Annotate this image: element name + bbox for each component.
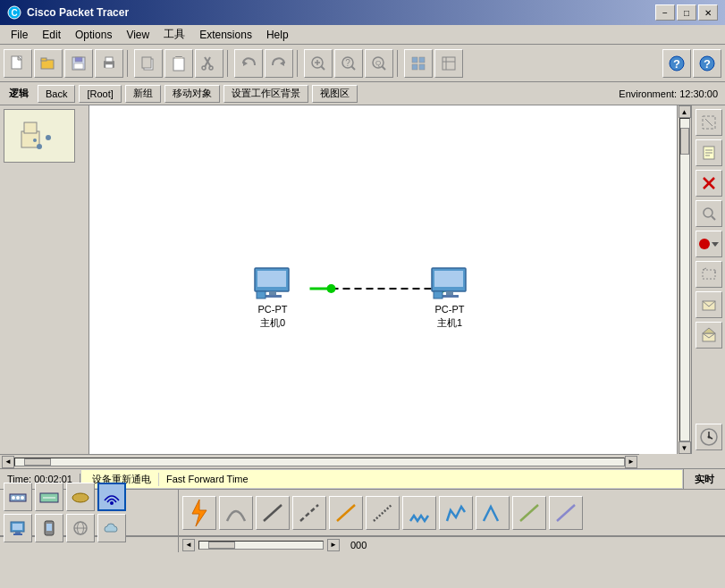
svg-text:?: ? (345, 58, 350, 68)
delete-tool-button[interactable] (695, 170, 722, 197)
help-button[interactable]: ? (662, 49, 691, 78)
undo-button[interactable] (234, 49, 263, 78)
menu-extensions[interactable]: Extensions (192, 27, 259, 43)
svg-rect-15 (173, 58, 184, 71)
cable-lightning-button[interactable] (182, 496, 216, 530)
cable-curve-button[interactable] (219, 496, 253, 530)
svg-point-74 (699, 239, 710, 249)
vertical-scrollbar[interactable]: ▲ ▼ (677, 105, 691, 454)
move-object-button[interactable]: 移动对象 (164, 85, 220, 103)
redo-button[interactable] (265, 49, 293, 78)
pc1-name: 主机1 (437, 316, 462, 330)
dot-tool-button[interactable] (695, 231, 722, 257)
bottom-scroll-left-arrow[interactable]: ◄ (182, 539, 195, 551)
cable-dotted2-button[interactable] (366, 496, 400, 530)
menu-bar: File Edit Options View 工具 Extensions Hel… (0, 25, 725, 45)
bottom-scroll-area: ◄ ► 000 (0, 536, 725, 552)
copy-button[interactable] (134, 49, 163, 78)
cable-straight-button[interactable] (256, 496, 290, 530)
zoom-reset-button[interactable]: Q (365, 49, 393, 78)
inspect-tool-button[interactable] (695, 200, 722, 227)
title-bar: C Cisco Packet Tracer − □ ✕ (0, 0, 725, 25)
maximize-button[interactable]: □ (677, 4, 696, 21)
h-scroll-thumb[interactable] (24, 458, 51, 466)
open-message-button[interactable] (695, 322, 722, 349)
new-button[interactable] (4, 49, 32, 78)
open-button[interactable] (34, 49, 63, 78)
cable-angled-button[interactable] (512, 496, 546, 530)
cut-button[interactable] (195, 49, 223, 78)
bottom-scroll-thumb[interactable] (208, 542, 235, 549)
select-tool-button[interactable] (695, 109, 722, 136)
back-button[interactable]: Back (38, 85, 75, 103)
pc-node-1[interactable]: PC-PT 主机1 (418, 266, 481, 330)
send-message-button[interactable] (695, 291, 722, 318)
cable-dotted-button[interactable] (329, 496, 363, 530)
set-background-button[interactable]: 设置工作区背景 (223, 85, 308, 103)
bottom-right-scroll[interactable]: ◄ ► 000 (179, 539, 725, 551)
print-button[interactable] (95, 49, 123, 78)
canvas-area[interactable]: PC-PT 主机0 PC-PT 主机1 (89, 105, 677, 454)
zoom-out-button[interactable]: ? (334, 49, 363, 78)
routers-button[interactable] (4, 483, 32, 511)
v-scroll-track[interactable] (679, 118, 690, 441)
note-tool-button[interactable] (695, 139, 722, 166)
svg-line-106 (337, 505, 355, 521)
paste-button[interactable] (164, 49, 193, 78)
minimize-button[interactable]: − (655, 4, 675, 21)
bottom-scroll-track[interactable] (198, 541, 324, 550)
svg-rect-97 (13, 533, 22, 535)
scroll-down-arrow[interactable]: ▼ (679, 441, 691, 454)
view-area-button[interactable]: 视图区 (312, 85, 358, 103)
svg-rect-76 (703, 270, 715, 279)
h-scroll-track[interactable] (14, 458, 625, 466)
menu-edit[interactable]: Edit (35, 27, 68, 43)
pc-node-0[interactable]: PC-PT 主机0 (241, 266, 304, 330)
grid-button[interactable] (404, 49, 433, 78)
app-icon: C (7, 5, 21, 20)
scroll-right-arrow[interactable]: ► (625, 456, 637, 468)
menu-options[interactable]: Options (68, 27, 119, 43)
cable-zigzag2-button[interactable] (476, 496, 510, 530)
v-scroll-thumb[interactable] (680, 128, 689, 155)
scroll-up-arrow[interactable]: ▲ (679, 105, 691, 118)
root-label: [Root] (79, 85, 121, 103)
svg-rect-33 (412, 57, 417, 63)
switches-button[interactable] (35, 483, 63, 511)
svg-line-31 (383, 66, 386, 70)
region-tool-button[interactable] (695, 261, 722, 288)
fast-forward-button[interactable]: Fast Forward Time (159, 474, 256, 484)
svg-line-105 (300, 505, 318, 521)
menu-file[interactable]: File (4, 27, 35, 43)
zoom-in-button[interactable] (304, 49, 333, 78)
new-group-button[interactable]: 新组 (125, 85, 161, 103)
scroll-left-arrow[interactable]: ◄ (2, 456, 14, 468)
svg-rect-34 (419, 57, 425, 63)
app-title: Cisco Packet Tracer (27, 6, 655, 19)
pc1-type: PC-PT (435, 304, 465, 315)
wireless-button[interactable] (97, 483, 126, 511)
cable-angled2-button[interactable] (549, 496, 583, 530)
cable-zigzag-button[interactable] (439, 496, 473, 530)
menu-tools[interactable]: 工具 (156, 25, 192, 44)
cable-dashed-button[interactable] (292, 496, 326, 530)
horizontal-scrollbar[interactable]: ◄ ► (0, 454, 639, 468)
svg-rect-8 (74, 63, 83, 69)
menu-help[interactable]: Help (259, 27, 296, 43)
clock-button[interactable] (695, 424, 722, 450)
bottom-scroll-right-arrow[interactable]: ► (327, 539, 340, 551)
cluster-icon[interactable] (4, 109, 75, 163)
svg-point-92 (72, 493, 89, 502)
svg-rect-45 (24, 122, 37, 133)
cable-wavy-button[interactable] (402, 496, 436, 530)
save-button[interactable] (64, 49, 93, 78)
close-button[interactable]: ✕ (698, 4, 718, 21)
hubs-button[interactable] (66, 483, 95, 511)
custom-button[interactable] (434, 49, 463, 78)
svg-marker-103 (192, 500, 207, 526)
svg-line-24 (322, 66, 325, 70)
menu-view[interactable]: View (119, 27, 156, 43)
info-button[interactable]: ? (693, 49, 721, 78)
secondary-toolbar: 逻辑 Back [Root] 新组 移动对象 设置工作区背景 视图区 Envir… (0, 82, 725, 105)
svg-point-85 (707, 436, 710, 439)
